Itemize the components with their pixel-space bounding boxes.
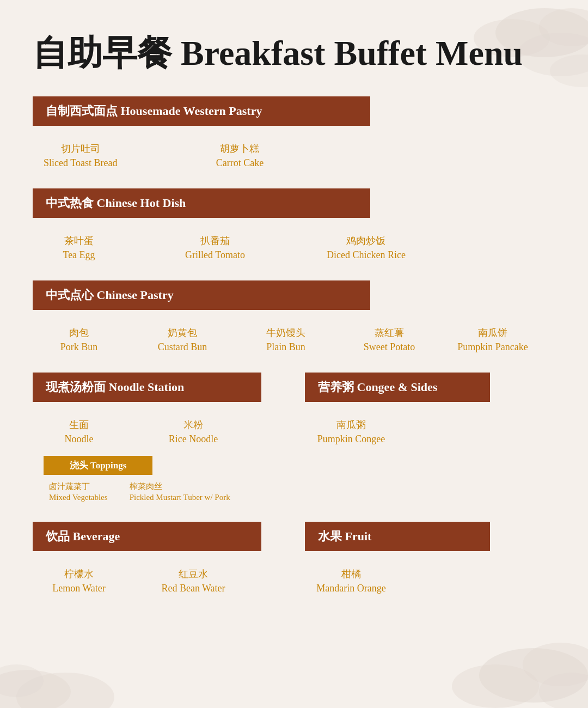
list-item: 卤汁蔬菜丁 Mixed Vegetables — [49, 481, 108, 502]
items-row-chinese-hot-dish: 茶叶蛋 Tea Egg 扒番茄 Grilled Tomato 鸡肉炒饭 Dice… — [33, 234, 555, 261]
item-english: Sliced Toast Bread — [44, 157, 117, 169]
item-chinese: 肉包 — [69, 326, 89, 339]
list-item: 肉包 Pork Bun — [44, 326, 114, 353]
item-english: Rice Noodle — [169, 434, 218, 445]
item-english: Lemon Water — [52, 583, 106, 594]
item-chinese: 茶叶蛋 — [64, 234, 94, 247]
item-english: Carrot Cake — [216, 157, 264, 169]
list-item: 米粉 Rice Noodle — [158, 418, 229, 445]
toppings-header: 浇头 Toppings — [44, 456, 152, 475]
section-header-chinese-hot-dish: 中式热食 Chinese Hot Dish — [33, 188, 370, 218]
item-english: Pumpkin Pancake — [457, 341, 528, 353]
list-item: 蒸红薯 Sweet Potato — [354, 326, 425, 353]
item-chinese: 柠檬水 — [64, 567, 94, 581]
cloud-decoration-bottom-left — [0, 610, 136, 708]
section-header-congee: 营养粥 Congee & Sides — [305, 373, 490, 402]
item-english: Red Bean Water — [161, 583, 225, 594]
item-english: Noodle — [65, 434, 94, 445]
item-english: Sweet Potato — [364, 341, 415, 353]
section-header-noodle: 现煮汤粉面 Noodle Station — [33, 373, 261, 402]
congee-column: 营养粥 Congee & Sides 南瓜粥 Pumpkin Congee — [294, 373, 555, 502]
section-header-beverage: 饮品 Beverage — [33, 522, 261, 551]
list-item: 茶叶蛋 Tea Egg — [44, 234, 114, 261]
item-chinese: 扒番茄 — [200, 234, 230, 247]
topping-english: Pickled Mustart Tuber w/ Pork — [130, 493, 230, 502]
list-item: 红豆水 Red Bean Water — [158, 567, 229, 594]
list-item: 鸡肉炒饭 Diced Chicken Rice — [327, 234, 406, 261]
item-chinese: 南瓜饼 — [478, 326, 507, 339]
list-item: 柠檬水 Lemon Water — [44, 567, 114, 594]
item-chinese: 南瓜粥 — [336, 418, 366, 431]
toppings-section: 浇头 Toppings 卤汁蔬菜丁 Mixed Vegetables 榨菜肉丝 … — [33, 456, 283, 502]
item-english: Pork Bun — [60, 341, 98, 353]
page-title: 自助早餐 Breakfast Buffet Menu — [33, 33, 555, 75]
item-english: Pumpkin Congee — [317, 434, 385, 445]
items-row-noodle: 生面 Noodle 米粉 Rice Noodle — [33, 418, 283, 445]
item-english: Mandarin Orange — [316, 583, 385, 594]
list-item: 榨菜肉丝 Pickled Mustart Tuber w/ Pork — [130, 481, 230, 502]
toppings-items-row: 卤汁蔬菜丁 Mixed Vegetables 榨菜肉丝 Pickled Must… — [44, 481, 272, 502]
list-item: 南瓜饼 Pumpkin Pancake — [457, 326, 528, 353]
section-chinese-hot-dish: 中式热食 Chinese Hot Dish 茶叶蛋 Tea Egg 扒番茄 Gr… — [33, 188, 555, 261]
list-item: 胡萝卜糕 Carrot Cake — [204, 142, 275, 169]
list-item: 牛奶馒头 Plain Bun — [250, 326, 321, 353]
items-row-congee: 南瓜粥 Pumpkin Congee — [305, 418, 555, 445]
item-chinese: 鸡肉炒饭 — [346, 234, 385, 247]
list-item: 切片吐司 Sliced Toast Bread — [44, 142, 117, 169]
item-english: Tea Egg — [63, 249, 95, 261]
section-chinese-pastry: 中式点心 Chinese Pastry 肉包 Pork Bun 奶黄包 Cust… — [33, 280, 555, 353]
section-header-western-pastry: 自制西式面点 Housemade Western Pastry — [33, 96, 370, 126]
topping-chinese: 榨菜肉丝 — [130, 481, 230, 492]
list-item: 扒番茄 Grilled Tomato — [180, 234, 250, 261]
item-english: Plain Bun — [266, 341, 305, 353]
list-item: 生面 Noodle — [44, 418, 114, 445]
section-header-fruit: 水果 Fruit — [305, 522, 490, 551]
beverage-column: 饮品 Beverage 柠檬水 Lemon Water 红豆水 Red Bean… — [33, 522, 294, 603]
beverage-fruit-section: 饮品 Beverage 柠檬水 Lemon Water 红豆水 Red Bean… — [33, 522, 555, 603]
items-row-western-pastry: 切片吐司 Sliced Toast Bread 胡萝卜糕 Carrot Cake — [33, 142, 555, 169]
fruit-column: 水果 Fruit 柑橘 Mandarin Orange — [294, 522, 555, 603]
list-item: 奶黄包 Custard Bun — [147, 326, 218, 353]
item-chinese: 红豆水 — [179, 567, 208, 581]
section-western-pastry: 自制西式面点 Housemade Western Pastry 切片吐司 Sli… — [33, 96, 555, 169]
item-chinese: 切片吐司 — [61, 142, 100, 155]
noodle-station-column: 现煮汤粉面 Noodle Station 生面 Noodle 米粉 Rice N… — [33, 373, 294, 502]
item-english: Diced Chicken Rice — [327, 249, 406, 261]
item-chinese: 奶黄包 — [168, 326, 197, 339]
topping-english: Mixed Vegetables — [49, 493, 108, 502]
list-item: 柑橘 Mandarin Orange — [316, 567, 387, 594]
item-chinese: 米粉 — [183, 418, 203, 431]
item-chinese: 牛奶馒头 — [266, 326, 305, 339]
item-english: Grilled Tomato — [185, 249, 245, 261]
two-column-section: 现煮汤粉面 Noodle Station 生面 Noodle 米粉 Rice N… — [33, 373, 555, 502]
svg-point-7 — [452, 664, 539, 708]
page-container: 自助早餐 Breakfast Buffet Menu 自制西式面点 Housem… — [0, 0, 588, 625]
topping-chinese: 卤汁蔬菜丁 — [49, 481, 108, 492]
item-chinese: 生面 — [69, 418, 89, 431]
item-chinese: 蒸红薯 — [375, 326, 404, 339]
items-row-fruit: 柑橘 Mandarin Orange — [305, 567, 555, 594]
item-chinese: 柑橘 — [341, 567, 361, 581]
item-english: Custard Bun — [158, 341, 207, 353]
items-row-beverage: 柠檬水 Lemon Water 红豆水 Red Bean Water — [33, 567, 283, 594]
list-item: 南瓜粥 Pumpkin Congee — [316, 418, 387, 445]
item-chinese: 胡萝卜糕 — [220, 142, 259, 155]
items-row-chinese-pastry: 肉包 Pork Bun 奶黄包 Custard Bun 牛奶馒头 Plain B… — [33, 326, 555, 353]
section-header-chinese-pastry: 中式点心 Chinese Pastry — [33, 280, 370, 310]
